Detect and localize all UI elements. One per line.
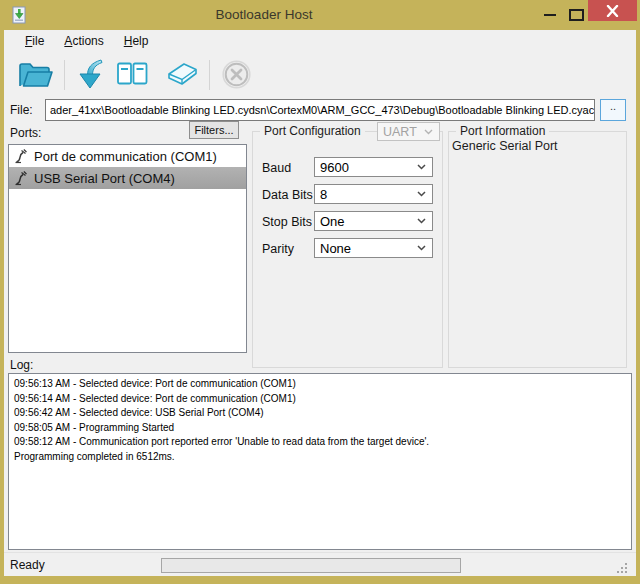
erase-icon <box>161 61 198 88</box>
erase-button[interactable] <box>159 59 200 90</box>
chevron-down-icon <box>417 218 426 224</box>
baud-select[interactable]: 9600 <box>314 157 433 177</box>
chevron-down-icon <box>417 191 426 197</box>
serial-port-icon <box>14 148 27 164</box>
status-bar: Ready <box>4 552 636 577</box>
parity-select[interactable]: None <box>314 238 433 258</box>
file-path-input[interactable]: ader_41xx\Bootloadable Blinking LED.cyds… <box>45 99 595 121</box>
window-border <box>0 30 4 576</box>
protocol-select: UART <box>377 122 440 141</box>
browse-button[interactable]: .. <box>600 99 626 121</box>
parity-label: Parity <box>262 242 294 256</box>
program-button[interactable] <box>74 57 106 92</box>
chevron-down-icon <box>417 245 426 251</box>
open-file-icon <box>16 60 53 90</box>
file-label: File: <box>10 103 33 117</box>
maximize-icon <box>569 9 584 21</box>
data-bits-label: Data Bits <box>262 188 313 202</box>
ports-list[interactable]: Port de communication (COM1) USB Serial … <box>8 144 247 353</box>
chevron-down-icon <box>417 164 426 170</box>
abort-button <box>219 57 254 92</box>
port-item-label: Port de communication (COM1) <box>34 149 217 164</box>
port-information-title: Port Information <box>456 124 549 138</box>
log-line: 09:56:42 AM - Selected device: USB Seria… <box>14 406 626 421</box>
stop-bits-label: Stop Bits <box>262 215 312 229</box>
progress-bar <box>161 558 461 573</box>
open-file-button[interactable] <box>14 58 55 92</box>
filters-button[interactable]: Filters... <box>189 121 239 139</box>
baud-label: Baud <box>262 161 291 175</box>
port-information-group: Port Information <box>448 131 627 368</box>
log-line: 09:56:13 AM - Selected device: Port de c… <box>14 377 626 392</box>
menu-help[interactable]: Help <box>116 32 157 50</box>
log-line: 09:56:14 AM - Selected device: Port de c… <box>14 392 626 407</box>
data-bits-select[interactable]: 8 <box>314 184 433 204</box>
title-bar: Bootloader Host <box>0 0 640 30</box>
minimize-icon <box>544 14 556 16</box>
bootloader-host-window: Bootloader Host File Actions Help <box>0 0 640 584</box>
log-output[interactable]: 09:56:13 AM - Selected device: Port de c… <box>8 373 632 550</box>
port-configuration-title: Port Configuration <box>260 124 365 138</box>
serial-port-icon <box>14 170 27 186</box>
stop-bits-select[interactable]: One <box>314 211 433 231</box>
verify-button[interactable] <box>114 59 151 90</box>
port-item-com4[interactable]: USB Serial Port (COM4) <box>9 167 246 189</box>
window-border <box>636 30 640 576</box>
status-text: Ready <box>10 558 45 572</box>
log-label: Log: <box>10 358 33 372</box>
port-item-label: USB Serial Port (COM4) <box>34 171 175 186</box>
chevron-down-icon <box>424 129 433 135</box>
close-icon <box>606 5 619 17</box>
menu-actions[interactable]: Actions <box>56 32 111 50</box>
window-title: Bootloader Host <box>0 7 528 22</box>
port-information-text: Generic Serial Port <box>452 139 558 153</box>
close-button[interactable] <box>588 0 637 21</box>
menu-file[interactable]: File <box>17 32 52 50</box>
log-line: Programming completed in 6512ms. <box>14 450 626 465</box>
abort-icon <box>221 59 252 90</box>
program-icon <box>76 59 104 90</box>
toolbar-separator <box>64 60 65 90</box>
window-border <box>0 576 640 584</box>
toolbar-separator <box>209 60 210 90</box>
ports-label: Ports: <box>10 126 41 140</box>
maximize-button[interactable] <box>564 0 588 21</box>
log-line: 09:58:12 AM - Communication port reporte… <box>14 435 626 450</box>
toolbar <box>4 52 636 97</box>
log-line: 09:58:05 AM - Programming Started <box>14 421 626 436</box>
verify-icon <box>116 61 149 88</box>
port-item-com1[interactable]: Port de communication (COM1) <box>9 145 246 167</box>
menu-bar: File Actions Help <box>4 30 636 52</box>
minimize-button[interactable] <box>534 0 564 21</box>
